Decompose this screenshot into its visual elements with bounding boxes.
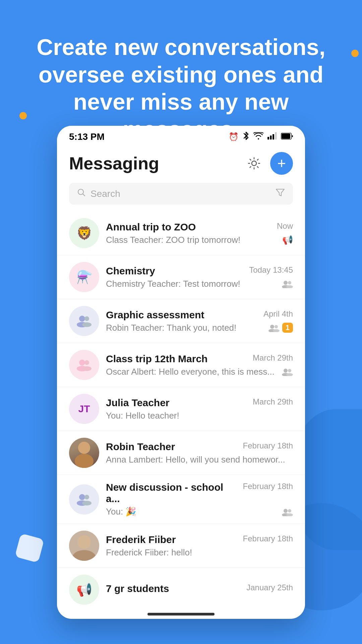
- conversation-list: 🦁 Annual trip to ZOO Now Class Teacher: …: [57, 211, 305, 608]
- conversation-item[interactable]: 🦁 Annual trip to ZOO Now Class Teacher: …: [57, 211, 305, 255]
- group-icon: [282, 367, 293, 376]
- avatar: [69, 306, 99, 336]
- conv-top-row: Class trip 12th March March 29th: [106, 353, 293, 365]
- conv-content: 7 gr students January 25th: [106, 583, 293, 596]
- conv-name: Class trip 12th March: [106, 353, 207, 365]
- conv-bottom-row: You: 🎉: [106, 506, 293, 517]
- avatar: 📢: [69, 575, 99, 605]
- avatar: [69, 531, 99, 561]
- svg-point-28: [78, 442, 90, 454]
- conv-name: 7 gr students: [106, 583, 169, 594]
- conv-bottom-row: Frederick Fiiber: hello!: [106, 547, 293, 558]
- conv-top-row: Frederik Fiiber February 18th: [106, 534, 293, 545]
- chemistry-emoji: ⚗️: [76, 270, 92, 284]
- search-bar[interactable]: Search: [69, 183, 293, 205]
- conv-time: Now: [277, 221, 293, 231]
- group-icon: [282, 279, 293, 288]
- conv-content: Robin Teacher February 18th Anna Lambert…: [106, 441, 293, 465]
- search-placeholder: Search: [90, 189, 271, 199]
- conversation-item[interactable]: Class trip 12th March March 29th Oscar A…: [57, 343, 305, 387]
- svg-point-16: [270, 325, 274, 329]
- conv-content: Frederik Fiiber February 18th Frederick …: [106, 534, 293, 558]
- svg-point-21: [84, 360, 89, 365]
- conversation-item[interactable]: Graphic assessment April 4th Robin Teach…: [57, 299, 305, 343]
- svg-point-35: [288, 509, 291, 513]
- filter-icon[interactable]: [276, 188, 285, 199]
- plus-icon: +: [277, 156, 286, 171]
- zoo-emoji: 🦁: [76, 226, 92, 240]
- conv-preview: Robin Teacher: Thank you, noted!: [106, 323, 265, 333]
- svg-point-31: [84, 495, 89, 499]
- phone-mockup: 5:13 PM ⏰: [57, 126, 305, 619]
- conv-name: Annual trip to ZOO: [106, 221, 196, 233]
- svg-point-29: [75, 454, 94, 468]
- conv-badges: [282, 367, 293, 376]
- signal-icon: [267, 132, 277, 142]
- unread-badge: 1: [282, 323, 293, 333]
- avatar: ⚗️: [69, 262, 99, 292]
- conv-content: Chemistry Today 13:45 Chemistry Teacher:…: [106, 265, 293, 289]
- conv-preview: Frederick Fiiber: hello!: [106, 547, 293, 558]
- conversation-item[interactable]: Robin Teacher February 18th Anna Lambert…: [57, 431, 305, 475]
- svg-point-34: [284, 509, 288, 513]
- svg-rect-3: [275, 132, 277, 140]
- conversation-item[interactable]: Frederik Fiiber February 18th Frederick …: [57, 524, 305, 568]
- settings-button[interactable]: [245, 154, 263, 173]
- svg-point-9: [288, 281, 291, 284]
- svg-point-8: [284, 281, 288, 285]
- person-avatar: [69, 531, 99, 561]
- group-avatar-icon: [76, 357, 93, 373]
- conv-content: Graphic assessment April 4th Robin Teach…: [106, 309, 293, 333]
- conv-time: March 29th: [253, 397, 293, 407]
- svg-rect-5: [282, 133, 290, 139]
- svg-point-20: [79, 360, 85, 366]
- announcement-emoji: 📢: [76, 582, 92, 597]
- svg-point-13: [84, 316, 89, 321]
- avatar: [69, 438, 99, 468]
- conv-name: Graphic assessment: [106, 309, 204, 321]
- avatar: [69, 484, 99, 515]
- conv-time: February 18th: [243, 482, 293, 491]
- search-container: Search: [57, 180, 305, 211]
- header-actions: +: [245, 152, 293, 175]
- svg-point-33: [82, 501, 92, 505]
- conv-preview: Anna Lambert: Hello, will you send homew…: [106, 454, 293, 465]
- wifi-icon: [253, 132, 263, 142]
- avatar: 🦁: [69, 218, 99, 248]
- conversation-item[interactable]: ⚗️ Chemistry Today 13:45 Chemistry Teach…: [57, 255, 305, 299]
- conv-top-row: Robin Teacher February 18th: [106, 441, 293, 452]
- conv-badges: 1: [268, 323, 293, 333]
- conversation-item[interactable]: New discussion - school a... February 18…: [57, 475, 305, 524]
- conv-time: April 4th: [263, 309, 293, 319]
- conv-time: Today 13:45: [249, 265, 293, 275]
- bluetooth-icon: [243, 131, 249, 143]
- svg-point-15: [82, 322, 92, 327]
- announcement-icon: 📢: [282, 235, 293, 245]
- person-avatar: [72, 438, 96, 468]
- conv-bottom-row: Chemistry Teacher: Test tomorrow!: [106, 279, 293, 289]
- avatar: [69, 350, 99, 380]
- battery-icon: [281, 132, 293, 142]
- app-title: Messaging: [69, 153, 159, 173]
- new-conversation-button[interactable]: +: [270, 152, 293, 175]
- conv-bottom-row: Oscar Albert: Hello everyone, this is me…: [106, 367, 293, 377]
- conv-preview: Oscar Albert: Hello everyone, this is me…: [106, 367, 279, 377]
- group-avatar-icon: [76, 313, 93, 329]
- conv-preview: Class Teacher: ZOO trip tomorrow!: [106, 235, 280, 245]
- conv-content: New discussion - school a... February 18…: [106, 482, 293, 517]
- status-time: 5:13 PM: [69, 131, 105, 142]
- svg-point-17: [275, 325, 278, 328]
- conv-name: Chemistry: [106, 265, 155, 277]
- conversation-item[interactable]: JT Julia Teacher March 29th You: Hello t…: [57, 387, 305, 431]
- conversation-item[interactable]: 📢 7 gr students January 25th: [57, 568, 305, 608]
- conv-content: Julia Teacher March 29th You: Hello teac…: [106, 397, 293, 421]
- conv-badges: 📢: [282, 235, 293, 245]
- conv-top-row: Chemistry Today 13:45: [106, 265, 293, 277]
- conv-name: Frederik Fiiber: [106, 534, 176, 545]
- search-icon: [77, 188, 86, 199]
- conv-name: Julia Teacher: [106, 397, 170, 409]
- svg-point-25: [288, 369, 291, 372]
- conv-bottom-row: You: Hello teacher!: [106, 411, 293, 421]
- home-bar: [147, 613, 215, 615]
- svg-point-23: [82, 366, 92, 371]
